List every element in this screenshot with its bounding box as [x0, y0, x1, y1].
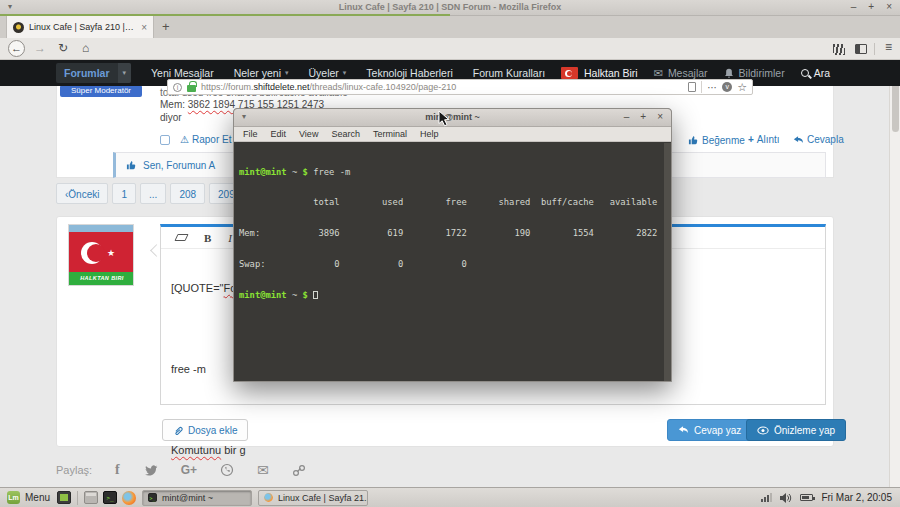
- terminal-titlebar[interactable]: ▾ mint@mint ~ – + ×: [234, 109, 671, 127]
- terminal-menubar: File Edit View Search Terminal Help: [234, 127, 671, 142]
- save-page-icon[interactable]: [688, 82, 696, 92]
- terminal-scrollbar[interactable]: [664, 143, 671, 381]
- new-tab-button[interactable]: +: [162, 19, 170, 34]
- nav-item-whats-new[interactable]: Neler yeni▾: [234, 67, 289, 79]
- maximize-icon[interactable]: +: [640, 111, 646, 122]
- like-notice-text: Sen, Forumun A: [143, 160, 215, 171]
- googleplus-icon[interactable]: G+: [181, 463, 197, 477]
- post-suffix-text: diyor: [160, 112, 182, 123]
- menu-hamburger-icon[interactable]: ≡: [885, 40, 892, 54]
- pocket-icon[interactable]: v: [722, 82, 732, 92]
- editor-line: Komutunu bir g: [171, 444, 815, 458]
- menu-file[interactable]: File: [243, 129, 258, 139]
- terminal-title: mint@mint ~: [234, 112, 671, 122]
- minimize-icon[interactable]: –: [624, 111, 630, 122]
- account-link[interactable]: Halktan Biri: [561, 67, 638, 79]
- bookmark-star-icon[interactable]: ☆: [737, 81, 747, 94]
- nav-item-tech-news[interactable]: Teknoloji Haberleri: [366, 67, 452, 79]
- taskbar-item-terminal[interactable]: >_ mint@mint ~: [142, 490, 252, 506]
- page-scrollbar[interactable]: [889, 60, 900, 487]
- nav-item-forums[interactable]: Forumlar ▾: [56, 63, 131, 83]
- preview-button[interactable]: Önizleme yap: [746, 419, 846, 441]
- clock[interactable]: Fri Mar 2, 20:05: [821, 492, 892, 503]
- menu-search[interactable]: Search: [331, 129, 360, 139]
- menu-button[interactable]: Lm Menu: [0, 491, 57, 504]
- system-tray: Fri Mar 2, 20:05: [761, 492, 900, 503]
- show-desktop-button[interactable]: [57, 491, 71, 504]
- home-button[interactable]: ⌂: [82, 41, 89, 55]
- select-post-checkbox[interactable]: [160, 135, 170, 145]
- back-button[interactable]: ←: [8, 40, 25, 57]
- terminal-window[interactable]: ▾ mint@mint ~ – + × File Edit View Searc…: [233, 108, 672, 382]
- active-tab-accent-line: [0, 14, 450, 16]
- tab-linux-cafe[interactable]: Linux Cafe | Sayfa 210 | SDN ×: [6, 16, 154, 38]
- reply-arrow-icon: [793, 135, 804, 145]
- tab-close-icon[interactable]: ×: [141, 22, 147, 33]
- menu-terminal[interactable]: Terminal: [373, 129, 407, 139]
- minimize-icon[interactable]: –: [851, 1, 857, 12]
- taskbar-item-firefox[interactable]: Linux Cafe | Sayfa 21...: [258, 490, 368, 506]
- whatsapp-icon[interactable]: [220, 463, 234, 477]
- mint-logo-icon: Lm: [7, 491, 20, 504]
- pagination-ellipsis[interactable]: ...: [140, 183, 166, 204]
- firefox-launcher-icon[interactable]: [122, 491, 136, 505]
- close-icon[interactable]: ×: [657, 111, 663, 122]
- library-icon[interactable]: [833, 44, 845, 55]
- menu-edit[interactable]: Edit: [271, 129, 287, 139]
- link-share-icon[interactable]: [292, 464, 306, 477]
- files-launcher-icon[interactable]: [84, 491, 98, 504]
- browser-toolbar: ← → ↻ ⌂ i https://forum.shiftdelete.net/…: [0, 38, 900, 60]
- user-avatar[interactable]: ★ HALKTAN BIRI: [68, 224, 134, 286]
- menu-view[interactable]: View: [299, 129, 318, 139]
- forward-button[interactable]: →: [34, 41, 46, 55]
- nav-item-members[interactable]: Üyeler▾: [308, 67, 346, 79]
- terminal-output-line: Mem: 3896 619 1722 190 1554 2822: [239, 228, 666, 238]
- mouse-cursor: [438, 110, 450, 127]
- attach-file-button[interactable]: Dosya ekle: [162, 419, 248, 441]
- italic-button[interactable]: I: [228, 232, 232, 244]
- terminal-launcher-icon[interactable]: >_: [103, 491, 117, 504]
- reload-button[interactable]: ↻: [58, 41, 68, 55]
- url-bar[interactable]: i https://forum.shiftdelete.net/threads/…: [167, 79, 753, 95]
- maximize-icon[interactable]: +: [868, 1, 874, 12]
- facebook-icon[interactable]: f: [115, 462, 120, 478]
- nav-item-new-messages[interactable]: Yeni Mesajlar: [151, 67, 214, 79]
- tab-title: Linux Cafe | Sayfa 210 | SDN: [29, 22, 136, 32]
- page-info-icon[interactable]: i: [173, 83, 182, 92]
- close-icon[interactable]: ×: [886, 1, 892, 12]
- bold-button[interactable]: B: [204, 232, 211, 244]
- plus-icon: +: [748, 134, 754, 145]
- reply-link[interactable]: Cevapla: [793, 134, 844, 145]
- battery-icon[interactable]: [800, 494, 813, 501]
- envelope-icon: ✉: [654, 67, 663, 80]
- terminal-cursor: [313, 291, 318, 299]
- pagination-page[interactable]: 208: [170, 183, 205, 204]
- desktop: ▾ Linux Cafe | Sayfa 210 | SDN Forum - M…: [0, 0, 900, 507]
- messages-link[interactable]: ✉ Mesajlar: [654, 67, 708, 80]
- https-lock-icon[interactable]: [187, 85, 196, 92]
- network-signal-icon[interactable]: [761, 493, 772, 502]
- volume-icon[interactable]: [780, 493, 792, 503]
- report-link[interactable]: ⚠ Rapor Et: [180, 134, 231, 145]
- sidebar-toggle-icon[interactable]: [855, 44, 867, 54]
- notifications-link[interactable]: Bildirimler: [724, 67, 785, 79]
- twitter-icon[interactable]: [143, 464, 158, 477]
- quote-link[interactable]: + Alıntı: [748, 134, 780, 145]
- chevron-down-icon[interactable]: ▾: [118, 63, 132, 83]
- tab-favicon-icon: [13, 22, 24, 33]
- search-icon: [801, 69, 809, 77]
- terminal-icon: >_: [148, 493, 157, 502]
- like-link[interactable]: Beğenme: [688, 134, 745, 146]
- thumbs-up-icon: [126, 159, 137, 171]
- pagination-page[interactable]: 1: [112, 183, 136, 204]
- page-actions-icon[interactable]: ⋯: [707, 82, 717, 93]
- pagination-prev[interactable]: ‹Önceki: [56, 183, 108, 204]
- nav-item-forum-rules[interactable]: Forum Kuralları: [473, 67, 545, 79]
- remove-formatting-icon[interactable]: [174, 234, 188, 241]
- terminal-prompt-line: mint@mint ~ $: [239, 290, 666, 300]
- terminal-output[interactable]: mint@mint ~ $ free -m total used free sh…: [234, 143, 671, 381]
- menu-help[interactable]: Help: [420, 129, 439, 139]
- search-link[interactable]: Ara: [801, 67, 830, 79]
- email-share-icon[interactable]: ✉: [257, 462, 269, 478]
- submit-reply-button[interactable]: Cevap yaz: [667, 419, 752, 441]
